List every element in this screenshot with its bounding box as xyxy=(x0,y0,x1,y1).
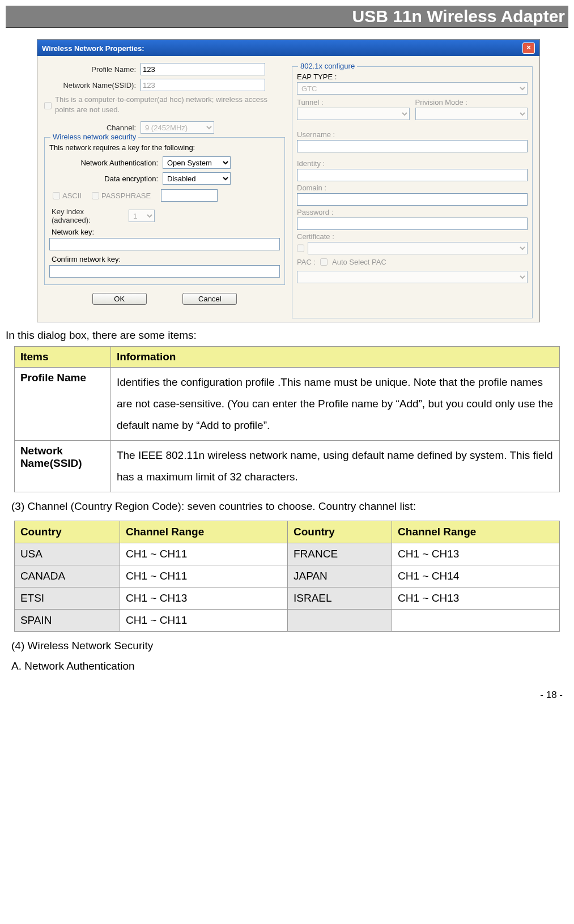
table-row: Network Name(SSID) The IEEE 802.11n wire… xyxy=(14,441,559,492)
items-table: Items Information Profile Name Identifie… xyxy=(14,346,560,492)
passphrase-checkbox xyxy=(92,192,99,199)
eap-type-label: EAP TYPE : xyxy=(297,73,528,81)
8021x-legend: 802.1x configure xyxy=(298,62,357,70)
username-label: Username : xyxy=(297,130,528,139)
network-key-input[interactable] xyxy=(49,238,280,250)
page-number: - 18 - xyxy=(6,689,568,701)
range-header: Channel Range xyxy=(120,521,288,543)
country-table: Country Channel Range Country Channel Ra… xyxy=(14,521,560,632)
items-header: Items xyxy=(14,347,110,368)
ssid-label: Network Name(SSID): xyxy=(44,81,141,90)
ascii-checkbox xyxy=(53,192,60,199)
certificate-checkbox xyxy=(297,242,304,254)
channel-select: 9 (2452MHz) xyxy=(141,121,214,134)
security-fieldset: Wireless network security This network r… xyxy=(44,137,285,285)
data-enc-select[interactable]: Disabled xyxy=(163,172,231,185)
profile-name-label: Profile Name: xyxy=(44,65,141,74)
passphrase-input xyxy=(161,189,218,202)
close-icon[interactable]: × xyxy=(522,42,535,54)
tunnel-label: Tunnel : xyxy=(297,98,410,107)
dialog-window: Wireless Network Properties: × Profile N… xyxy=(37,39,540,322)
item-name: Network Name(SSID) xyxy=(14,441,110,492)
page-header: USB 11n Wireless Adapter xyxy=(6,6,568,28)
table-row: USA CH1 ~ CH11 FRANCE CH1 ~ CH13 xyxy=(14,543,559,565)
table-row: Profile Name Identifies the configuratio… xyxy=(14,368,559,441)
item-name: Profile Name xyxy=(14,368,110,441)
intro-text: In this dialog box, there are some items… xyxy=(6,329,568,342)
item-info: Identifies the configuration profile .Th… xyxy=(110,368,559,441)
confirm-key-input[interactable] xyxy=(49,265,280,278)
item-info: The IEEE 802.11n wireless network name, … xyxy=(110,441,559,492)
certificate-label: Certificate : xyxy=(297,232,528,241)
dialog-titlebar: Wireless Network Properties: × xyxy=(37,40,539,56)
domain-label: Domain : xyxy=(297,184,528,192)
network-key-label: Network key: xyxy=(49,228,280,236)
channel-intro: (3) Channel (Country Region Code): seven… xyxy=(11,500,568,513)
tunnel-select xyxy=(297,108,410,120)
provision-label: Privision Mode : xyxy=(415,98,528,107)
confirm-key-label: Confirm network key: xyxy=(49,255,280,263)
username-input xyxy=(297,140,528,152)
security-description: This network requires a key for the foll… xyxy=(49,143,280,152)
auto-pac-label: Auto Select PAC xyxy=(332,258,386,266)
passphrase-label: PASSPHRASE xyxy=(101,191,151,200)
net-auth-select[interactable]: Open System xyxy=(163,156,231,169)
country-header: Country xyxy=(287,521,392,543)
section-4: (4) Wireless Network Security xyxy=(11,640,568,652)
8021x-fieldset: 802.1x configure EAP TYPE : GTC Tunnel :… xyxy=(292,66,533,318)
ok-button[interactable]: OK xyxy=(92,293,147,305)
security-legend: Wireless network security xyxy=(50,133,138,141)
password-label: Password : xyxy=(297,208,528,216)
pac-label: PAC : xyxy=(297,258,316,266)
dialog-title: Wireless Network Properties: xyxy=(42,44,144,53)
adhoc-description: This is a computer-to-computer(ad hoc) n… xyxy=(55,95,285,114)
data-enc-label: Data encryption: xyxy=(49,174,163,183)
identity-input xyxy=(297,169,528,181)
section-a: A. Network Authentication xyxy=(11,660,568,672)
identity-label: Identity : xyxy=(297,159,528,168)
password-input xyxy=(297,218,528,230)
key-index-label: Key index (advanced): xyxy=(49,207,129,224)
table-row: SPAIN CH1 ~ CH11 xyxy=(14,610,559,632)
auto-pac-checkbox xyxy=(320,258,328,266)
key-index-select: 1 xyxy=(129,210,155,222)
information-header: Information xyxy=(110,347,559,368)
table-row: ETSI CH1 ~ CH13 ISRAEL CH1 ~ CH13 xyxy=(14,587,559,610)
net-auth-label: Network Authentication: xyxy=(49,159,163,167)
ssid-input xyxy=(141,79,265,91)
page-title: USB 11n Wireless Adapter xyxy=(352,7,565,25)
provision-select xyxy=(415,108,528,120)
eap-type-select: GTC xyxy=(297,82,528,95)
channel-label: Channel: xyxy=(44,124,141,132)
profile-name-input[interactable] xyxy=(141,63,265,75)
domain-input xyxy=(297,193,528,206)
certificate-select xyxy=(308,242,528,254)
pac-select xyxy=(297,271,528,283)
ascii-label: ASCII xyxy=(62,191,82,200)
table-row: CANADA CH1 ~ CH11 JAPAN CH1 ~ CH14 xyxy=(14,565,559,587)
adhoc-checkbox xyxy=(44,97,52,114)
range-header: Channel Range xyxy=(392,521,560,543)
cancel-button[interactable]: Cancel xyxy=(182,293,237,305)
country-header: Country xyxy=(14,521,120,543)
